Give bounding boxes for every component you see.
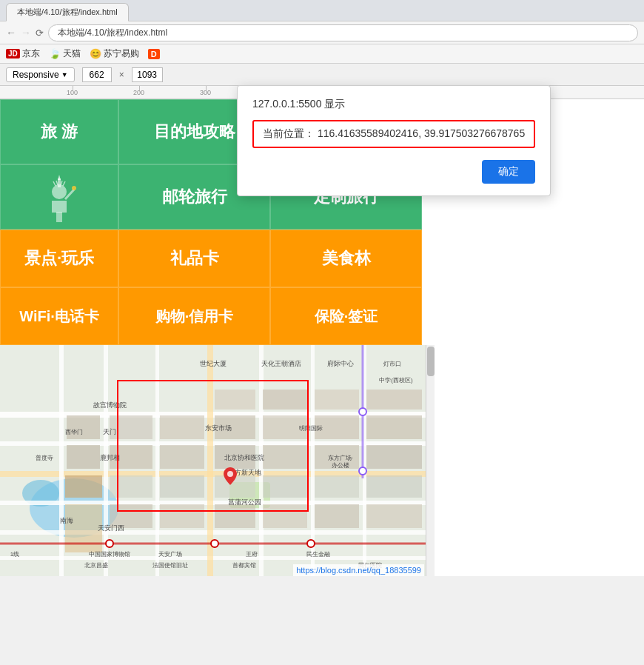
width-input[interactable] [82,67,112,82]
ruler-tick-200 [139,86,140,90]
svg-text:菖蒲河公园: 菖蒲河公园 [228,498,261,506]
svg-text:王府: 王府 [246,551,258,558]
svg-rect-47 [160,475,204,498]
svg-text:府际中心: 府际中心 [327,360,354,367]
map-svg: 世纪大厦 天化王朝酒店 府际中心 灯市口 中学(西校区) 故宫博物院 西华门 天… [0,345,426,576]
height-input[interactable] [132,67,163,82]
svg-rect-35 [263,390,307,410]
svg-text:天化王朝酒店: 天化王朝酒店 [261,360,301,367]
svg-rect-44 [366,415,422,439]
scrollbar-thumb[interactable] [427,347,435,376]
svg-point-63 [307,540,315,547]
svg-rect-32 [160,415,204,439]
nav-cell-statue [0,164,118,230]
svg-rect-50 [315,475,359,498]
confirm-button[interactable]: 确定 [482,160,535,184]
bookmark-other[interactable]: D [148,49,160,59]
nav-cell-baoxian[interactable]: 保险·签证 [270,287,422,345]
svg-text:普度寺: 普度寺 [36,455,53,461]
scrollbar[interactable] [426,345,435,576]
svg-point-61 [106,540,113,547]
forward-icon[interactable]: → [21,27,31,39]
svg-marker-4 [58,175,61,180]
svg-rect-21 [59,345,64,576]
nav-cell-meishilin[interactable]: 美食林 [270,230,422,287]
nav-cell-lvyou[interactable]: 旅 游 [0,99,118,164]
bookmark-jd[interactable]: JD 京东 [6,47,40,60]
svg-point-62 [211,540,218,547]
chevron-down-icon: ▼ [61,71,68,78]
svg-text:北京昌盛: 北京昌盛 [84,562,108,569]
csdn-link[interactable]: https://blog.csdn.net/qq_18835599 [293,564,424,576]
nav-cell-jingdian[interactable]: 景点·玩乐 [0,230,118,287]
bookmarks-bar: JD 京东 🍃 天猫 😊 苏宁易购 D [0,44,644,64]
svg-text:鹿邦相: 鹿邦相 [100,454,120,461]
refresh-icon[interactable]: ⟳ [36,27,44,39]
popup-dialog: 127.0.0.1:5500 显示 当前位置： 116.416355894024… [237,85,551,196]
svg-rect-43 [366,390,422,410]
svg-text:中国国家博物馆: 中国国家博物馆 [89,551,130,558]
svg-text:故宫博物院: 故宫博物院 [93,401,127,409]
address-bar-row: ← → ⟳ 本地端/4.10/旅程/index.html [0,21,644,44]
svg-rect-34 [215,390,255,410]
svg-text:1线: 1线 [10,551,19,558]
svg-point-94 [359,467,366,475]
tab-label: 本地端/4.10/旅程/index.html [17,7,118,16]
svg-text:办公楼: 办公楼 [332,462,349,469]
svg-point-95 [227,471,233,477]
svg-rect-57 [366,504,422,528]
svg-rect-59 [65,504,102,552]
svg-rect-56 [315,504,359,528]
popup-content: 当前位置： 116.41635589402416, 39.91750327667… [252,120,535,148]
svg-text:首都宾馆: 首都宾馆 [232,562,256,569]
svg-text:中学(西校区): 中学(西校区) [379,377,413,384]
nav-cell-wifi[interactable]: WiFi·电话卡 [0,287,118,345]
svg-rect-58 [65,475,102,498]
svg-rect-46 [110,475,152,498]
viewport-width[interactable] [82,67,112,82]
svg-text:法国使馆旧址: 法国使馆旧址 [152,562,188,569]
responsive-dropdown[interactable]: Responsive ▼ [6,67,75,82]
svg-text:天门: 天门 [103,428,116,435]
browser-tab-bar: 本地端/4.10/旅程/index.html [0,0,644,21]
svg-point-93 [359,408,366,415]
svg-rect-49 [263,475,307,498]
svg-rect-51 [366,475,422,498]
devtools-bar: Responsive ▼ × [0,64,644,86]
svg-line-8 [63,181,65,186]
browser-tab[interactable]: 本地端/4.10/旅程/index.html [6,3,129,21]
svg-text:北京协和医院: 北京协和医院 [224,454,264,461]
bookmark-tmall[interactable]: 🍃 天猫 [49,47,81,60]
svg-rect-53 [160,504,204,528]
svg-text:民生金融: 民生金融 [306,551,330,558]
statue-icon [37,171,81,223]
svg-line-5 [53,181,56,186]
location-label: 当前位置： [263,127,315,139]
svg-text:西华门: 西华门 [65,429,83,435]
ruler-tick-100 [73,86,73,90]
coordinates: 116.41635589402416, 39.917503276678765 [318,127,525,139]
ruler-tick-300 [206,86,207,90]
svg-line-7 [61,181,62,185]
address-input[interactable]: 本地端/4.10/旅程/index.html [48,24,638,41]
bookmark-suning[interactable]: 😊 苏宁易购 [90,47,139,60]
svg-text:天安广场: 天安广场 [158,551,182,558]
svg-text:世纪大厦: 世纪大厦 [200,360,227,367]
x-separator: × [119,70,124,80]
svg-rect-1 [52,201,67,213]
map-area: 世纪大厦 天化王朝酒店 府际中心 灯市口 中学(西校区) 故宫博物院 西华门 天… [0,345,435,576]
svg-text:灯市口: 灯市口 [383,361,401,367]
svg-rect-45 [366,445,422,469]
popup-title: 127.0.0.1:5500 显示 [252,98,535,111]
back-icon[interactable]: ← [6,27,16,39]
svg-rect-33 [160,445,204,469]
svg-rect-29 [110,415,152,439]
svg-rect-28 [67,415,100,439]
nav-cell-lipinka[interactable]: 礼品卡 [118,230,270,287]
svg-text:东安市场: 东安市场 [205,424,232,432]
svg-rect-0 [56,212,62,222]
svg-rect-39 [263,445,307,469]
svg-rect-30 [67,445,100,469]
viewport-height[interactable] [132,67,163,82]
nav-cell-gouwu[interactable]: 购物·信用卡 [118,287,270,345]
